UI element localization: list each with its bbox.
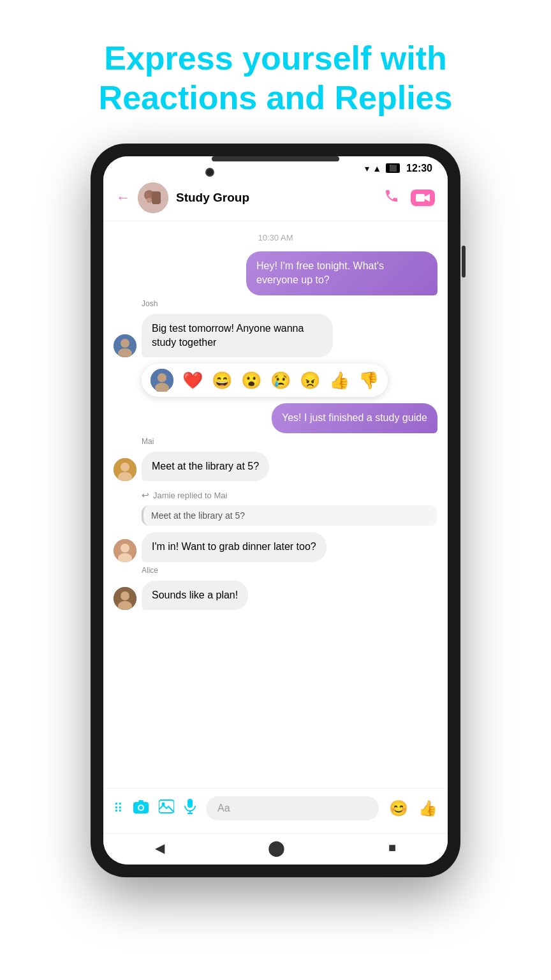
reaction-bar[interactable]: ❤️ 😄 😮 😢 😠 👍 👎 (142, 364, 388, 397)
svg-point-18 (121, 591, 129, 600)
camera-icon[interactable] (133, 799, 149, 817)
reply-info: ↩ Jamie replied to Mai (142, 490, 437, 500)
message-bubble-4: Meet at the library at 5? (142, 452, 269, 481)
group-name: Study Group (176, 191, 376, 205)
reaction-thumbsdown[interactable]: 👎 (358, 371, 379, 390)
reaction-thumbsup[interactable]: 👍 (329, 371, 349, 390)
svg-point-22 (139, 806, 143, 810)
reaction-angry[interactable]: 😠 (300, 371, 320, 390)
chat-area: 10:30 AM Hey! I'm free tonight. What's e… (103, 221, 448, 788)
message-row-6: Sounds like a plan! (114, 581, 437, 610)
sender-mai: Mai (142, 437, 437, 446)
page-title: Express yourself with Reactions and Repl… (99, 38, 453, 118)
message-bubble-6: Sounds like a plan! (142, 581, 248, 610)
input-area: ⠿ (103, 788, 448, 833)
call-icon[interactable] (384, 188, 399, 207)
svg-rect-2 (152, 191, 161, 204)
sender-alice: Alice (142, 566, 437, 575)
status-icons: ▾ ▲ ⬛ (365, 163, 400, 174)
navigation-bar: ◀ ⬤ ■ (103, 833, 448, 865)
message-bubble-1: Hey! I'm free tonight. What's everyone u… (246, 251, 437, 295)
message-bubble-5: I'm in! Want to grab dinner later too? (142, 532, 327, 561)
input-icons-row: ⠿ (114, 796, 437, 820)
svg-rect-26 (187, 799, 193, 808)
svg-point-9 (158, 373, 166, 382)
message-input[interactable]: Aa (206, 796, 379, 820)
phone-camera (205, 168, 214, 177)
reply-arrow-icon: ↩ (142, 490, 149, 500)
signal-icon: ▲ (372, 163, 381, 174)
back-nav-button[interactable]: ◀ (155, 840, 165, 856)
reaction-user-avatar (151, 369, 173, 392)
message-bubble-3: Yes! I just finished a study guide (272, 403, 437, 433)
svg-rect-23 (138, 800, 143, 803)
sender-josh: Josh (142, 299, 437, 308)
svg-point-3 (147, 198, 152, 203)
back-button[interactable]: ← (116, 189, 130, 206)
reaction-haha[interactable]: 😄 (212, 371, 232, 390)
volume-button (462, 246, 466, 278)
message-row-1: Hey! I'm free tonight. What's everyone u… (114, 251, 437, 295)
reaction-heart[interactable]: ❤️ (182, 371, 203, 390)
reply-quote: Meet at the library at 5? (142, 505, 437, 526)
avatar-jamie (114, 539, 136, 562)
timestamp: 10:30 AM (114, 233, 437, 242)
reaction-wow[interactable]: 😮 (241, 371, 261, 390)
chat-header: ← Study Group (103, 177, 448, 221)
message-row-5: I'm in! Want to grab dinner later too? (114, 532, 437, 561)
message-bubble-2: Big test tomorrow! Anyone wanna study to… (142, 314, 333, 358)
phone-screen: ▾ ▲ ⬛ 12:30 ← Study Group (103, 156, 448, 865)
grid-icon[interactable]: ⠿ (114, 801, 123, 816)
like-icon[interactable]: 👍 (418, 799, 437, 817)
avatar-josh (114, 334, 136, 357)
wifi-icon: ▾ (365, 163, 369, 174)
svg-point-6 (121, 339, 129, 348)
svg-rect-4 (416, 194, 425, 202)
image-icon[interactable] (159, 799, 174, 817)
video-call-icon[interactable] (411, 189, 435, 206)
message-row-2: Big test tomorrow! Anyone wanna study to… (114, 314, 437, 358)
phone-notch (212, 156, 339, 161)
message-row-4: Meet at the library at 5? (114, 452, 437, 481)
message-row-3: Yes! I just finished a study guide (114, 403, 437, 433)
avatar-mai (114, 458, 136, 481)
phone-mockup: ▾ ▲ ⬛ 12:30 ← Study Group (91, 144, 460, 877)
avatar-alice (114, 587, 136, 610)
home-nav-button[interactable]: ⬤ (268, 839, 285, 857)
svg-point-12 (121, 463, 129, 471)
header-actions (384, 188, 435, 207)
battery-icon: ⬛ (386, 163, 400, 173)
svg-point-15 (121, 544, 129, 553)
status-time: 12:30 (406, 163, 432, 174)
group-avatar (138, 182, 168, 213)
mic-icon[interactable] (184, 799, 196, 818)
reaction-sad[interactable]: 😢 (270, 371, 291, 390)
recents-nav-button[interactable]: ■ (388, 840, 396, 855)
emoji-icon[interactable]: 😊 (389, 799, 408, 817)
page-header: Express yourself with Reactions and Repl… (48, 0, 504, 144)
